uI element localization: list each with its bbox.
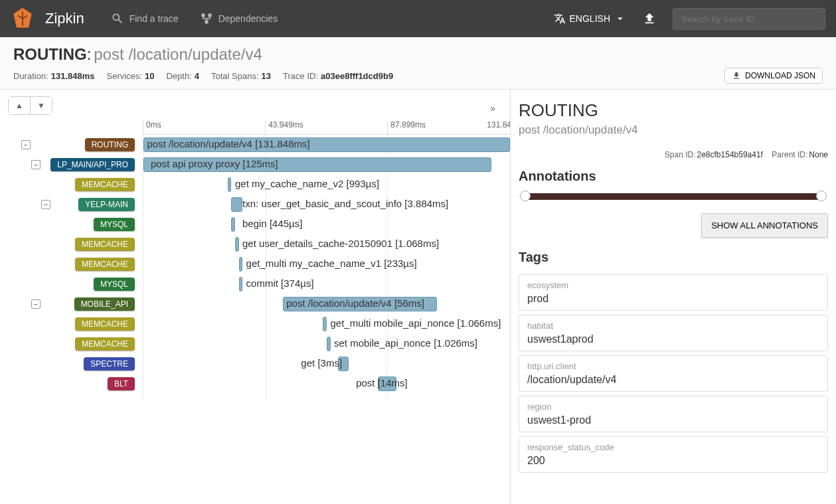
expand-all-button[interactable]: ▼ — [31, 97, 52, 114]
tag-item: http.uri.client/location/update/v4 — [519, 355, 828, 392]
svg-rect-0 — [201, 14, 205, 17]
trace-span-name: post /location/update/v4 — [94, 45, 262, 64]
chevron-down-icon — [614, 13, 626, 25]
tree-row[interactable]: MEMCACHE — [7, 254, 143, 274]
tree-row[interactable]: SPECTRE — [7, 354, 143, 374]
tree-toggle[interactable]: − — [41, 200, 50, 209]
tree-toggle[interactable]: − — [21, 140, 31, 149]
dependencies-icon — [200, 12, 213, 25]
tree-column: −ROUTING−LP_MAIN/API_PROMEMCACHE−YELP-MA… — [7, 120, 143, 394]
service-chip: MYSQL — [94, 218, 135, 231]
span-bar-label: post /location/update/v4 [56ms] — [286, 297, 424, 309]
annotation-timeline[interactable] — [525, 193, 821, 200]
span-bar[interactable] — [231, 217, 235, 232]
trace-title: ROUTING: post /location/update/v4 — [13, 45, 823, 64]
span-bar[interactable] — [327, 337, 331, 351]
service-chip: SPECTRE — [84, 357, 135, 371]
span-bar-label: begin [445µs] — [242, 218, 302, 229]
tree-row[interactable]: −MOBILE_API — [7, 294, 143, 314]
span-bar-row[interactable]: get user_details_cache-20150901 [1.068ms… — [143, 234, 510, 254]
tree-row[interactable]: MEMCACHE — [7, 314, 143, 334]
tree-toggle[interactable]: − — [31, 160, 41, 169]
annotation-end-dot[interactable] — [816, 191, 827, 201]
tree-row[interactable]: −YELP-MAIN — [7, 195, 143, 214]
tag-value: uswest1-prod — [527, 414, 819, 426]
tree-row[interactable]: MEMCACHE — [7, 175, 143, 195]
service-chip: MYSQL — [94, 278, 135, 291]
nav-dependencies-label: Dependencies — [218, 13, 278, 24]
span-bar-label: get user_details_cache-20150901 [1.068ms… — [242, 238, 439, 249]
span-bar-row[interactable]: get my_cache_name_v2 [993µs] — [143, 175, 510, 195]
service-chip: MEMCACHE — [75, 258, 135, 271]
service-chip: LP_MAIN/API_PRO — [50, 158, 135, 171]
tag-item: response_status_code200 — [519, 436, 828, 473]
tree-row[interactable]: BLT — [7, 374, 143, 394]
tree-row[interactable]: MYSQL — [7, 214, 143, 234]
tag-key: response_status_code — [527, 442, 819, 452]
span-bar[interactable] — [239, 277, 243, 292]
span-bar-label: post [14ms] — [356, 377, 408, 388]
span-bar-row[interactable]: begin [445µs] — [143, 214, 510, 234]
show-all-annotations-button[interactable]: SHOW ALL ANNOTATIONS — [701, 213, 828, 238]
brand-name: Zipkin — [45, 10, 84, 27]
tag-value: prod — [527, 293, 819, 305]
search-input[interactable] — [673, 8, 825, 30]
tree-toggle[interactable]: − — [31, 299, 41, 309]
tag-value: /location/update/v4 — [527, 374, 819, 386]
span-bar-row[interactable]: post /location/update/v4 [56ms] — [143, 294, 510, 314]
detail-title: ROUTING — [519, 100, 828, 121]
span-bar-row[interactable]: commit [374µs] — [143, 274, 510, 294]
service-chip: ROUTING — [85, 138, 135, 151]
span-bar[interactable] — [231, 197, 242, 212]
expand-collapse-group: ▲ ▼ — [8, 96, 52, 115]
trace-header: ROUTING: post /location/update/v4 Durati… — [0, 37, 836, 90]
detail-panel: ROUTING post /location/update/v4 Span ID… — [511, 90, 836, 504]
svg-rect-1 — [208, 14, 211, 17]
span-bar-label: txn: user_get_basic_and_scout_info [3.88… — [242, 198, 448, 209]
nav-find-trace[interactable]: Find a trace — [111, 12, 179, 25]
annotation-start-dot[interactable] — [520, 191, 531, 201]
span-bar[interactable] — [235, 237, 239, 252]
span-ids: Span ID:2e8cfb154b59a41f Parent ID:None — [519, 150, 828, 159]
service-chip: MOBILE_API — [74, 297, 135, 311]
trace-service: ROUTING — [13, 45, 87, 64]
tree-row[interactable]: MEMCACHE — [7, 234, 143, 254]
nav-find-trace-label: Find a trace — [129, 13, 179, 24]
service-chip: MEMCACHE — [75, 238, 135, 251]
collapse-all-button[interactable]: ▲ — [9, 97, 31, 114]
tree-row[interactable]: −LP_MAIN/API_PRO — [7, 155, 143, 175]
tree-row[interactable]: MEMCACHE — [7, 334, 143, 354]
detail-subtitle: post /location/update/v4 — [519, 124, 828, 137]
span-bar[interactable] — [239, 257, 243, 272]
span-bar-row[interactable]: post [14ms] — [143, 374, 510, 394]
download-json-button[interactable]: DOWNLOAD JSON — [724, 68, 823, 84]
tag-key: region — [527, 402, 819, 412]
tags-list: ecosystemprodhabitatuswest1aprodhttp.uri… — [519, 274, 828, 473]
translate-icon — [554, 13, 566, 25]
nav-dependencies[interactable]: Dependencies — [200, 12, 278, 25]
expand-panel-button[interactable]: » — [486, 99, 499, 118]
span-bar-label: commit [374µs] — [246, 278, 314, 289]
search-icon — [111, 12, 124, 25]
span-bar-row[interactable]: post api proxy proxy [125ms] — [143, 155, 510, 175]
span-bar-row[interactable]: set mobile_api_nonce [1.026ms] — [143, 334, 510, 354]
annotations-heading: Annotations — [519, 169, 828, 184]
span-bar-row[interactable]: get [3ms] — [143, 354, 510, 374]
tree-row[interactable]: −ROUTING — [7, 135, 143, 155]
span-bar-row[interactable]: get_multi mobile_api_nonce [1.066ms] — [143, 314, 510, 334]
language-selector[interactable]: ENGLISH — [554, 13, 626, 25]
svg-rect-2 — [205, 21, 208, 24]
span-bar-row[interactable]: post /location/update/v4 [131.848ms] — [143, 135, 510, 155]
span-bar[interactable] — [323, 317, 327, 331]
tree-row[interactable]: MYSQL — [7, 274, 143, 294]
service-chip: MEMCACHE — [75, 178, 135, 191]
tag-item: ecosystemprod — [519, 274, 828, 311]
span-bar-label: get_multi mobile_api_nonce [1.066ms] — [331, 317, 501, 329]
upload-icon[interactable] — [642, 11, 657, 26]
span-bar-row[interactable]: get_multi my_cache_name_v1 [233µs] — [143, 254, 510, 274]
span-bar-row[interactable]: txn: user_get_basic_and_scout_info [3.88… — [143, 195, 510, 214]
tag-item: regionuswest1-prod — [519, 396, 828, 432]
trace-meta: Duration:131.848ms Services:10 Depth:4 T… — [13, 68, 823, 84]
span-bar[interactable] — [228, 177, 232, 192]
download-icon — [732, 71, 741, 80]
